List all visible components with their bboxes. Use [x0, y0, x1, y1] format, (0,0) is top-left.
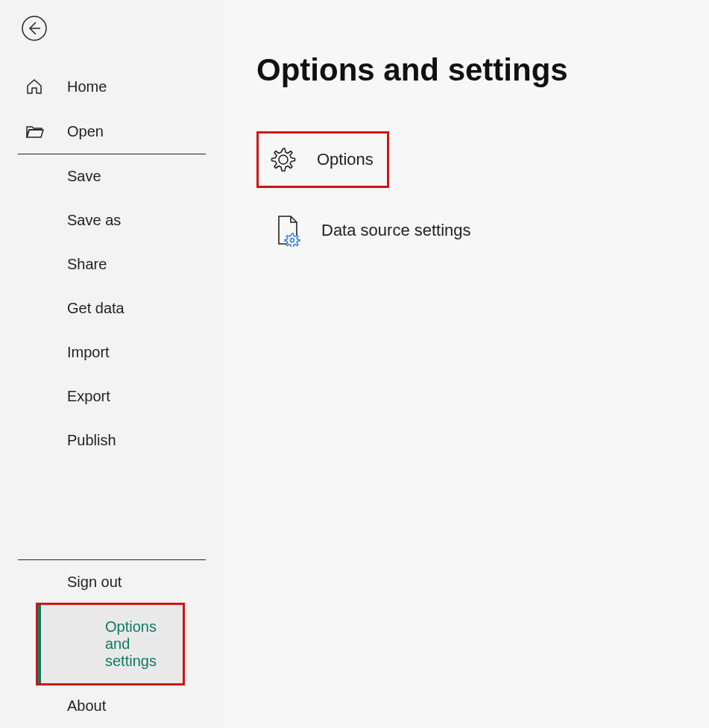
- sidebar-item-options-and-settings[interactable]: Options and settings: [38, 605, 183, 683]
- sidebar: Home Open Save Save as Share Get data Im…: [0, 0, 224, 728]
- folder-open-icon: [25, 122, 48, 140]
- sidebar-item-import[interactable]: Import: [0, 330, 224, 374]
- page-title: Options and settings: [256, 52, 676, 88]
- sidebar-item-label: Save: [67, 168, 101, 185]
- sidebar-item-label: Open: [67, 123, 104, 140]
- svg-point-2: [279, 155, 288, 164]
- sidebar-item-label: Save as: [67, 212, 121, 229]
- gear-icon: [268, 144, 299, 175]
- sidebar-item-label: Options and settings: [105, 618, 183, 670]
- highlight-annotation: Options and settings: [36, 603, 185, 685]
- sidebar-item-open[interactable]: Open: [0, 109, 224, 154]
- option-row-data-source-settings[interactable]: Data source settings: [259, 204, 676, 257]
- sidebar-item-share[interactable]: Share: [0, 242, 224, 286]
- option-label: Data source settings: [321, 221, 471, 240]
- home-icon: [25, 78, 48, 95]
- option-row-options[interactable]: Options: [268, 144, 374, 175]
- file-gear-icon: [272, 215, 303, 246]
- sidebar-item-label: Home: [67, 78, 107, 95]
- sidebar-item-label: Import: [67, 344, 110, 361]
- sidebar-item-about[interactable]: About: [0, 684, 224, 728]
- arrow-left-circle-icon: [21, 15, 48, 42]
- sidebar-item-home[interactable]: Home: [0, 64, 224, 109]
- sidebar-item-label: Share: [67, 256, 107, 273]
- sidebar-item-sign-out[interactable]: Sign out: [0, 560, 224, 604]
- sidebar-item-label: Publish: [67, 432, 116, 449]
- sidebar-item-save-as[interactable]: Save as: [0, 198, 224, 242]
- sidebar-item-save[interactable]: Save: [0, 154, 224, 198]
- sidebar-item-label: Sign out: [67, 574, 122, 591]
- sidebar-item-label: Export: [67, 388, 110, 405]
- option-label: Options: [317, 150, 374, 169]
- sidebar-item-export[interactable]: Export: [0, 374, 224, 418]
- sidebar-item-publish[interactable]: Publish: [0, 418, 224, 462]
- sidebar-item-label: Get data: [67, 300, 125, 317]
- sidebar-item-label: About: [67, 697, 106, 715]
- main-content: Options and settings Options: [224, 0, 709, 728]
- svg-point-4: [291, 239, 294, 242]
- sidebar-item-get-data[interactable]: Get data: [0, 286, 224, 330]
- highlight-annotation: Options: [256, 131, 389, 188]
- back-button[interactable]: [21, 15, 48, 42]
